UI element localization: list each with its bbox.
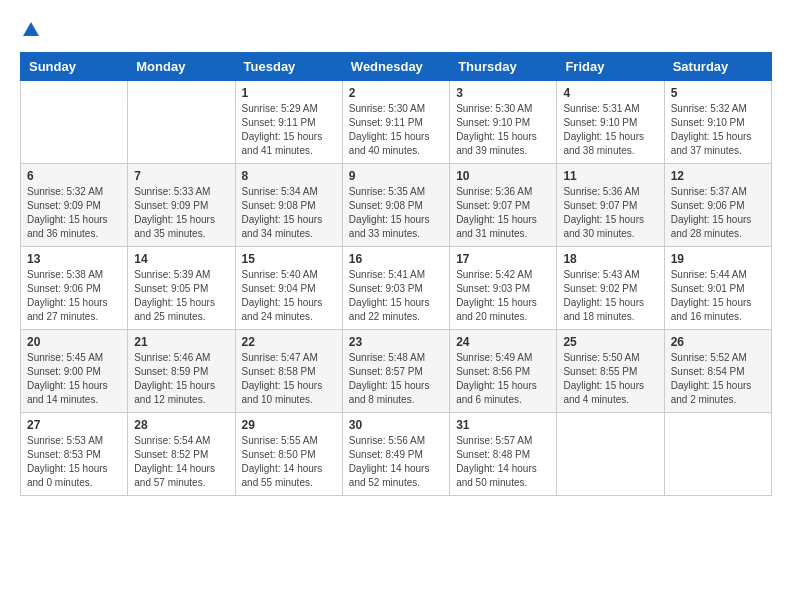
day-info: Sunrise: 5:53 AM Sunset: 8:53 PM Dayligh… [27,434,121,490]
day-info: Sunrise: 5:41 AM Sunset: 9:03 PM Dayligh… [349,268,443,324]
week-row-2: 6Sunrise: 5:32 AM Sunset: 9:09 PM Daylig… [21,164,772,247]
day-info: Sunrise: 5:32 AM Sunset: 9:10 PM Dayligh… [671,102,765,158]
day-cell: 19Sunrise: 5:44 AM Sunset: 9:01 PM Dayli… [664,247,771,330]
day-number: 19 [671,252,765,266]
logo-icon [22,20,40,38]
day-number: 12 [671,169,765,183]
day-info: Sunrise: 5:38 AM Sunset: 9:06 PM Dayligh… [27,268,121,324]
day-cell: 14Sunrise: 5:39 AM Sunset: 9:05 PM Dayli… [128,247,235,330]
weekday-thursday: Thursday [450,53,557,81]
day-number: 2 [349,86,443,100]
day-cell: 13Sunrise: 5:38 AM Sunset: 9:06 PM Dayli… [21,247,128,330]
day-cell: 8Sunrise: 5:34 AM Sunset: 9:08 PM Daylig… [235,164,342,247]
day-number: 26 [671,335,765,349]
day-number: 18 [563,252,657,266]
svg-marker-0 [23,22,39,36]
day-info: Sunrise: 5:29 AM Sunset: 9:11 PM Dayligh… [242,102,336,158]
weekday-wednesday: Wednesday [342,53,449,81]
day-info: Sunrise: 5:30 AM Sunset: 9:11 PM Dayligh… [349,102,443,158]
day-cell: 7Sunrise: 5:33 AM Sunset: 9:09 PM Daylig… [128,164,235,247]
day-number: 29 [242,418,336,432]
week-row-1: 1Sunrise: 5:29 AM Sunset: 9:11 PM Daylig… [21,81,772,164]
day-number: 31 [456,418,550,432]
day-number: 24 [456,335,550,349]
week-row-3: 13Sunrise: 5:38 AM Sunset: 9:06 PM Dayli… [21,247,772,330]
day-cell [128,81,235,164]
day-cell: 10Sunrise: 5:36 AM Sunset: 9:07 PM Dayli… [450,164,557,247]
day-info: Sunrise: 5:31 AM Sunset: 9:10 PM Dayligh… [563,102,657,158]
day-cell: 9Sunrise: 5:35 AM Sunset: 9:08 PM Daylig… [342,164,449,247]
day-number: 11 [563,169,657,183]
day-number: 22 [242,335,336,349]
day-number: 4 [563,86,657,100]
day-number: 6 [27,169,121,183]
day-cell: 16Sunrise: 5:41 AM Sunset: 9:03 PM Dayli… [342,247,449,330]
day-number: 16 [349,252,443,266]
day-info: Sunrise: 5:49 AM Sunset: 8:56 PM Dayligh… [456,351,550,407]
day-number: 21 [134,335,228,349]
day-info: Sunrise: 5:33 AM Sunset: 9:09 PM Dayligh… [134,185,228,241]
day-cell: 30Sunrise: 5:56 AM Sunset: 8:49 PM Dayli… [342,413,449,496]
day-cell: 5Sunrise: 5:32 AM Sunset: 9:10 PM Daylig… [664,81,771,164]
day-cell: 18Sunrise: 5:43 AM Sunset: 9:02 PM Dayli… [557,247,664,330]
day-info: Sunrise: 5:30 AM Sunset: 9:10 PM Dayligh… [456,102,550,158]
weekday-tuesday: Tuesday [235,53,342,81]
day-info: Sunrise: 5:47 AM Sunset: 8:58 PM Dayligh… [242,351,336,407]
day-info: Sunrise: 5:52 AM Sunset: 8:54 PM Dayligh… [671,351,765,407]
day-number: 5 [671,86,765,100]
day-info: Sunrise: 5:36 AM Sunset: 9:07 PM Dayligh… [563,185,657,241]
day-cell: 3Sunrise: 5:30 AM Sunset: 9:10 PM Daylig… [450,81,557,164]
day-cell [664,413,771,496]
day-info: Sunrise: 5:37 AM Sunset: 9:06 PM Dayligh… [671,185,765,241]
day-info: Sunrise: 5:39 AM Sunset: 9:05 PM Dayligh… [134,268,228,324]
day-cell: 15Sunrise: 5:40 AM Sunset: 9:04 PM Dayli… [235,247,342,330]
weekday-header-row: SundayMondayTuesdayWednesdayThursdayFrid… [21,53,772,81]
day-number: 23 [349,335,443,349]
day-cell: 28Sunrise: 5:54 AM Sunset: 8:52 PM Dayli… [128,413,235,496]
day-info: Sunrise: 5:55 AM Sunset: 8:50 PM Dayligh… [242,434,336,490]
day-number: 17 [456,252,550,266]
day-cell [557,413,664,496]
weekday-monday: Monday [128,53,235,81]
day-number: 1 [242,86,336,100]
weekday-friday: Friday [557,53,664,81]
day-info: Sunrise: 5:35 AM Sunset: 9:08 PM Dayligh… [349,185,443,241]
day-info: Sunrise: 5:42 AM Sunset: 9:03 PM Dayligh… [456,268,550,324]
day-info: Sunrise: 5:34 AM Sunset: 9:08 PM Dayligh… [242,185,336,241]
day-info: Sunrise: 5:57 AM Sunset: 8:48 PM Dayligh… [456,434,550,490]
day-cell: 1Sunrise: 5:29 AM Sunset: 9:11 PM Daylig… [235,81,342,164]
day-number: 7 [134,169,228,183]
day-cell: 26Sunrise: 5:52 AM Sunset: 8:54 PM Dayli… [664,330,771,413]
day-info: Sunrise: 5:48 AM Sunset: 8:57 PM Dayligh… [349,351,443,407]
day-cell: 21Sunrise: 5:46 AM Sunset: 8:59 PM Dayli… [128,330,235,413]
day-cell: 22Sunrise: 5:47 AM Sunset: 8:58 PM Dayli… [235,330,342,413]
day-cell: 17Sunrise: 5:42 AM Sunset: 9:03 PM Dayli… [450,247,557,330]
day-number: 15 [242,252,336,266]
day-number: 10 [456,169,550,183]
day-number: 3 [456,86,550,100]
day-number: 8 [242,169,336,183]
day-info: Sunrise: 5:32 AM Sunset: 9:09 PM Dayligh… [27,185,121,241]
day-info: Sunrise: 5:56 AM Sunset: 8:49 PM Dayligh… [349,434,443,490]
day-info: Sunrise: 5:54 AM Sunset: 8:52 PM Dayligh… [134,434,228,490]
day-cell: 23Sunrise: 5:48 AM Sunset: 8:57 PM Dayli… [342,330,449,413]
day-info: Sunrise: 5:40 AM Sunset: 9:04 PM Dayligh… [242,268,336,324]
day-number: 20 [27,335,121,349]
day-info: Sunrise: 5:45 AM Sunset: 9:00 PM Dayligh… [27,351,121,407]
header [20,20,772,42]
day-cell [21,81,128,164]
day-cell: 29Sunrise: 5:55 AM Sunset: 8:50 PM Dayli… [235,413,342,496]
day-cell: 20Sunrise: 5:45 AM Sunset: 9:00 PM Dayli… [21,330,128,413]
week-row-4: 20Sunrise: 5:45 AM Sunset: 9:00 PM Dayli… [21,330,772,413]
day-cell: 25Sunrise: 5:50 AM Sunset: 8:55 PM Dayli… [557,330,664,413]
day-number: 13 [27,252,121,266]
day-cell: 6Sunrise: 5:32 AM Sunset: 9:09 PM Daylig… [21,164,128,247]
day-info: Sunrise: 5:46 AM Sunset: 8:59 PM Dayligh… [134,351,228,407]
day-number: 28 [134,418,228,432]
weekday-saturday: Saturday [664,53,771,81]
day-number: 14 [134,252,228,266]
day-number: 30 [349,418,443,432]
day-cell: 4Sunrise: 5:31 AM Sunset: 9:10 PM Daylig… [557,81,664,164]
day-info: Sunrise: 5:43 AM Sunset: 9:02 PM Dayligh… [563,268,657,324]
weekday-sunday: Sunday [21,53,128,81]
